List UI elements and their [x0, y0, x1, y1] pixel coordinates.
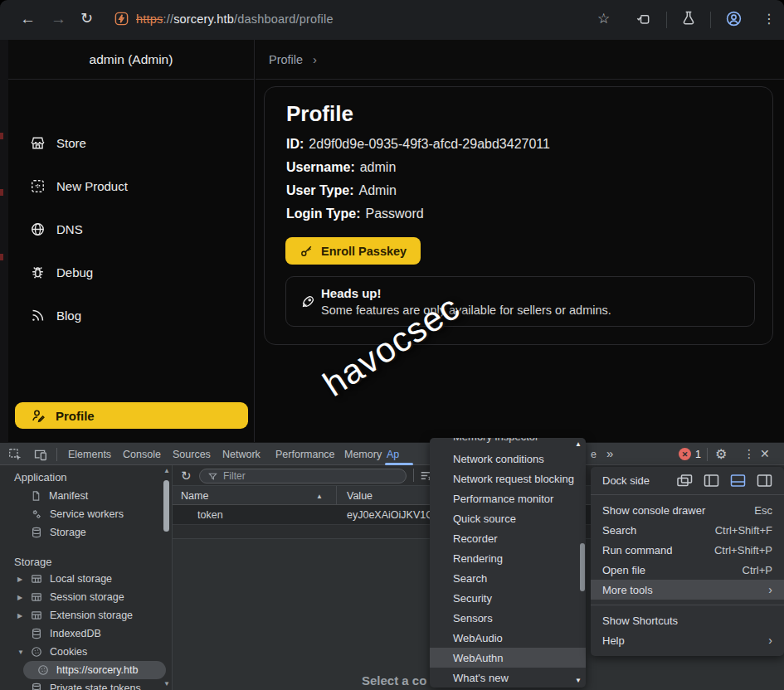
dock-bottom-icon-selected[interactable] — [730, 474, 746, 487]
undock-icon[interactable] — [677, 474, 693, 487]
scrollbar-up-icon[interactable]: ▲ — [163, 467, 170, 474]
menu-item-help[interactable]: Help› — [591, 630, 784, 650]
dock-right-icon[interactable] — [757, 474, 772, 487]
database-icon — [31, 683, 42, 690]
flask-icon[interactable] — [680, 10, 697, 27]
menu-item-security[interactable]: Security — [430, 588, 586, 608]
menu-item-webaudio[interactable]: WebAudio — [430, 628, 586, 648]
tab-network[interactable]: Network — [222, 449, 261, 460]
field-username: Username:admin — [286, 160, 396, 175]
menu-item-network-conditions[interactable]: Network conditions — [430, 449, 586, 469]
user-pen-icon — [31, 408, 46, 423]
column-value[interactable]: Value — [347, 490, 373, 502]
database-icon — [31, 628, 42, 639]
enroll-passkey-button[interactable]: Enroll Passkey — [285, 237, 421, 265]
field-user-type: User Type:Admin — [286, 183, 397, 198]
submenu-chevron-icon: › — [768, 634, 772, 647]
error-badge-icon[interactable]: ✕ — [679, 448, 691, 460]
tree-item-indexeddb[interactable]: IndexedDB — [0, 624, 162, 643]
tree-item-manifest[interactable]: Manifest — [0, 487, 162, 505]
forward-icon[interactable]: → — [51, 11, 66, 27]
tab-application-active[interactable]: Ap — [387, 449, 399, 460]
expand-arrow-icon[interactable]: ▶ — [17, 594, 22, 601]
sidebar-item-store[interactable]: Store — [30, 133, 86, 153]
tab-groups-icon[interactable] — [635, 11, 651, 27]
tab-performance[interactable]: Performance — [275, 449, 335, 460]
rocket-icon — [300, 294, 316, 309]
menu-item-whats-new[interactable]: What's new — [430, 668, 586, 688]
current-user-label: admin (Admin) — [8, 40, 255, 80]
cookie-icon — [31, 646, 42, 658]
expand-arrow-icon[interactable]: ▶ — [17, 612, 22, 620]
menu-scroll-down-icon[interactable]: ▼ — [575, 677, 582, 684]
url-host: sorcery.htb — [173, 12, 234, 26]
submenu-chevron-icon: › — [768, 583, 772, 596]
edge-mark — [0, 133, 3, 139]
tree-item-private-state-tokens[interactable]: Private state tokens — [0, 679, 162, 690]
settings-gear-icon[interactable]: ⚙ — [715, 446, 727, 462]
tab-elements[interactable]: Elements — [68, 449, 111, 460]
menu-item-clipped[interactable]: Memory inspector — [430, 438, 586, 449]
refresh-icon[interactable]: ↻ — [181, 469, 192, 483]
tree-item-cookies[interactable]: ▼ Cookies — [0, 643, 162, 661]
tree-item-service-workers[interactable]: Service workers — [0, 505, 162, 523]
menu-item-open-file[interactable]: Open fileCtrl+P — [591, 560, 784, 580]
menu-item-rendering[interactable]: Rendering — [430, 548, 586, 568]
tree-item-session-storage[interactable]: ▶ Session storage — [0, 588, 162, 606]
sidebar-item-label: Store — [56, 136, 86, 150]
tree-item-storage[interactable]: Storage — [0, 523, 162, 542]
filter-input[interactable] — [223, 470, 397, 482]
menu-item-run-command[interactable]: Run commandCtrl+Shift+P — [591, 540, 784, 560]
account-icon[interactable] — [725, 10, 743, 27]
close-devtools-icon[interactable]: ✕ — [760, 447, 770, 460]
scrollbar-thumb[interactable] — [163, 480, 169, 532]
sidebar-item-blog[interactable]: Blog — [30, 305, 81, 325]
menu-scrollbar-thumb[interactable] — [580, 543, 585, 591]
menu-item-webauthn-highlighted[interactable]: WebAuthn — [430, 648, 586, 668]
device-toolbar-icon[interactable] — [33, 448, 47, 462]
dock-side-label: Dock side — [602, 474, 677, 487]
sidebar-item-debug[interactable]: Debug — [30, 262, 93, 282]
menu-item-more-tools-highlighted[interactable]: More tools› — [591, 580, 784, 600]
expand-arrow-icon[interactable]: ▶ — [17, 576, 22, 583]
menu-item-search[interactable]: Search — [430, 568, 586, 588]
sidebar-item-profile-active[interactable]: Profile — [15, 402, 248, 429]
sidebar-item-dns[interactable]: DNS — [30, 219, 83, 239]
tab-fragment: e — [591, 449, 597, 460]
tabbar-divider — [707, 448, 708, 461]
dock-left-icon[interactable] — [704, 474, 719, 487]
table-icon — [31, 610, 42, 621]
menu-item-quick-source[interactable]: Quick source — [430, 508, 586, 528]
tab-sources[interactable]: Sources — [173, 449, 211, 460]
menu-item-sensors[interactable]: Sensors — [430, 608, 586, 628]
tab-memory[interactable]: Memory — [344, 449, 382, 460]
menu-item-recorder[interactable]: Recorder — [430, 528, 586, 548]
browser-menu-kebab-icon[interactable]: ⋮ — [762, 11, 776, 27]
sidebar: Store New Product DNS Debug — [8, 80, 255, 442]
devtools-menu-kebab-icon[interactable]: ⋮ — [743, 447, 755, 460]
tab-overflow-icon[interactable]: » — [606, 446, 613, 460]
menu-item-performance-monitor[interactable]: Performance monitor — [430, 488, 586, 508]
inspect-element-icon[interactable] — [8, 448, 22, 462]
back-icon[interactable]: ← — [20, 11, 36, 27]
menu-item-show-console-drawer[interactable]: Show console drawerEsc — [591, 500, 784, 520]
menu-item-network-request-blocking[interactable]: Network request blocking — [430, 469, 586, 488]
address-bar[interactable]: https://sorcery.htb/dashboard/profile — [136, 12, 334, 26]
menu-scroll-up-icon[interactable]: ▲ — [575, 440, 582, 448]
collapse-arrow-icon[interactable]: ▼ — [17, 649, 24, 656]
tree-item-cookie-domain-selected[interactable]: https://sorcery.htb — [23, 661, 166, 679]
menu-item-show-shortcuts[interactable]: Show Shortcuts — [591, 610, 784, 630]
tree-item-local-storage[interactable]: ▶ Local storage — [0, 570, 162, 588]
toolbar-divider — [413, 469, 414, 482]
scrollbar-down-icon[interactable]: ▼ — [163, 680, 170, 688]
sidebar-item-label: New Product — [56, 179, 128, 193]
insecure-site-badge-icon[interactable] — [114, 11, 129, 27]
tab-console[interactable]: Console — [123, 449, 161, 460]
sidebar-item-new-product[interactable]: New Product — [30, 176, 128, 196]
column-name[interactable]: Name — [181, 490, 208, 502]
tree-item-extension-storage[interactable]: ▶ Extension storage — [0, 606, 162, 624]
reload-icon[interactable]: ↻ — [80, 10, 93, 27]
menu-item-search[interactable]: SearchCtrl+Shift+F — [591, 520, 784, 540]
notice-box: Heads up! Some features are only availab… — [285, 276, 755, 327]
bookmark-star-icon[interactable]: ☆ — [597, 11, 610, 27]
